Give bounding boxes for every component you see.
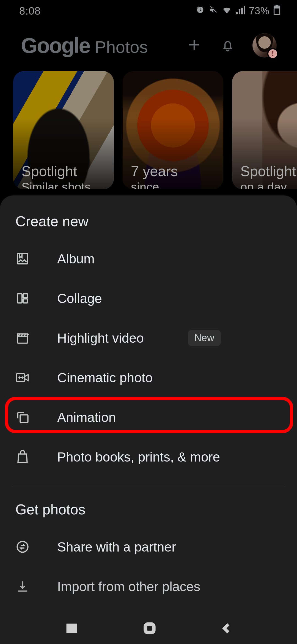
svg-rect-6	[20, 415, 28, 422]
create-item-album[interactable]: Album	[0, 239, 297, 279]
create-bottom-sheet: Create new Album Collage Highlight video…	[0, 195, 297, 644]
create-item-collage[interactable]: Collage	[0, 279, 297, 318]
create-item-photo-books[interactable]: Photo books, prints, & more	[0, 437, 297, 477]
avatar-alert-badge: !	[267, 48, 278, 59]
get-item-share-partner[interactable]: Share with a partner	[0, 527, 297, 567]
section-title-create: Create new	[0, 213, 297, 239]
memory-card[interactable]: 7 years since	[123, 71, 223, 189]
app-header: Google Photos !	[0, 22, 297, 69]
create-item-highlight-video[interactable]: Highlight video New	[0, 318, 297, 358]
memories-carousel[interactable]: Spotlight Similar shots 7 years since Sp…	[0, 71, 297, 189]
memory-title: Spotlight	[21, 163, 108, 179]
memory-card[interactable]: Spotlight on a day	[232, 71, 297, 189]
status-right: 73%	[196, 5, 280, 18]
sheet-item-label: Import from other places	[57, 579, 200, 594]
plus-icon	[187, 37, 202, 53]
account-avatar[interactable]: !	[252, 33, 277, 58]
status-bar: 8:08 73%	[0, 0, 297, 22]
sheet-item-label: Animation	[57, 410, 116, 425]
swap-circle-icon	[15, 539, 30, 555]
nav-back-icon[interactable]	[220, 621, 232, 637]
create-item-cinematic-photo[interactable]: Cinematic photo	[0, 358, 297, 397]
sheet-item-label: Album	[57, 251, 95, 266]
get-item-import[interactable]: Import from other places	[0, 567, 297, 606]
collage-icon	[15, 291, 30, 305]
sheet-item-label: Highlight video	[57, 331, 144, 346]
svg-rect-3	[23, 299, 28, 303]
battery-icon	[273, 5, 280, 18]
bell-icon	[221, 38, 235, 53]
memory-title: 7 years	[131, 163, 218, 179]
app-title-brand: Google	[21, 33, 90, 58]
shopping-bag-icon	[15, 449, 30, 464]
memory-card[interactable]: Spotlight Similar shots	[13, 71, 114, 189]
sheet-divider	[12, 486, 285, 486]
sheet-item-label: Photo books, prints, & more	[57, 449, 220, 465]
wifi-icon	[222, 5, 232, 17]
create-item-animation[interactable]: Animation	[0, 397, 297, 437]
sheet-item-label: Share with a partner	[57, 539, 176, 555]
system-nav-bar	[0, 614, 297, 644]
svg-rect-2	[23, 294, 28, 298]
svg-rect-4	[17, 336, 28, 343]
signal-icon	[236, 5, 245, 17]
memory-title: Spotlight	[240, 163, 297, 179]
app-title: Google Photos	[21, 33, 180, 58]
battery-percent: 73%	[249, 5, 270, 17]
nav-recents-icon[interactable]	[65, 621, 79, 637]
alarm-icon	[196, 5, 205, 17]
svg-rect-8	[145, 624, 154, 632]
svg-point-7	[17, 542, 28, 552]
section-title-get-photos: Get photos	[0, 501, 297, 527]
cinematic-icon	[15, 371, 30, 384]
memory-subtitle: on a day	[240, 181, 297, 189]
sheet-item-label: Cinematic photo	[57, 370, 153, 385]
nav-home-icon[interactable]	[142, 621, 157, 637]
svg-rect-1	[17, 294, 22, 303]
animation-icon	[15, 410, 30, 425]
album-icon	[15, 252, 30, 266]
memory-subtitle: since	[131, 181, 218, 189]
new-badge: New	[188, 330, 221, 346]
download-icon	[15, 580, 30, 593]
status-time: 8:08	[19, 5, 41, 17]
create-button[interactable]	[185, 37, 203, 54]
app-title-app: Photos	[95, 37, 148, 57]
notifications-button[interactable]	[219, 37, 237, 54]
memory-subtitle: Similar shots	[21, 181, 108, 189]
clapper-icon	[15, 331, 30, 345]
mute-icon	[209, 5, 218, 17]
sheet-item-label: Collage	[57, 291, 102, 306]
